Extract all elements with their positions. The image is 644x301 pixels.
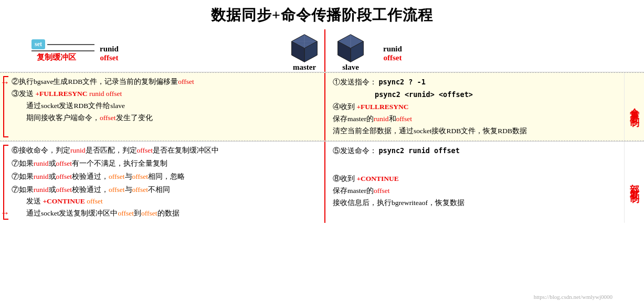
left-full-cell: → ②执行bgsave生成RDB文件，记录当前的复制偏移量offset ③发送 … — [0, 73, 325, 141]
right-partial-area: ⑤发送命令： psync2 runid offset ⑧收到 +CONTINUE… — [325, 142, 644, 223]
step7c2-line: 发送 +CONTINUE offset — [12, 196, 319, 208]
offset-label: offset — [100, 53, 118, 62]
slave-server: slave — [336, 34, 365, 72]
slave-label: slave — [342, 63, 359, 72]
master-label: master — [293, 63, 316, 72]
step3c-line: 期间接收客户端命令，offset发生了变化 — [12, 112, 319, 124]
master-server: master — [290, 34, 319, 72]
right-partial-cell: ⑤发送命令： psync2 runid offset ⑧收到 +CONTINUE… — [325, 142, 624, 223]
step3b-line: 通过socket发送RDB文件给slave — [12, 100, 319, 112]
partial-repl-label: 部分复制 — [624, 142, 644, 223]
step5-line: ⑤发送命令： psync2 runid offset — [333, 145, 619, 157]
repl-buf-label: 复制缓冲区 — [37, 52, 76, 62]
right-full-cell: ①发送指令： psync2 ? -1 psync2 <runid> <offse… — [325, 73, 624, 141]
left-partial-cell: → ⑥接收命令，判定runid是否匹配，判定offset是否在复制缓冲区中 ⑦如… — [0, 142, 325, 223]
step2-line: ②执行bgsave生成RDB文件，记录当前的复制偏移量offset — [12, 76, 319, 88]
runid-label-right: runid — [383, 45, 402, 53]
step8c-line: 接收信息后，执行bgrewriteaof，恢复数据 — [333, 197, 619, 209]
step3-line: ③发送 +FULLRESYNC runid offset — [12, 88, 319, 100]
step4-line: ④收到 +FULLRESYNC — [333, 101, 619, 113]
runid-label: runid — [100, 45, 119, 53]
page-title: 数据同步+命令传播阶段工作流程 — [0, 0, 644, 29]
partial-repl-section: → ⑥接收命令，判定runid是否匹配，判定offset是否在复制缓冲区中 ⑦如… — [0, 142, 644, 223]
step1-line: ①发送指令： psync2 ? -1 — [333, 76, 619, 89]
set-badge: set — [31, 39, 45, 49]
watermark: https://blog.csdn.net/wmlywj0000 — [534, 294, 613, 300]
step7b-line: ⑦如果runid或offset校验通过，offset与offset相同，忽略 — [12, 171, 319, 183]
step4b-line: 保存master的runid和offset — [333, 113, 619, 125]
step6-line: ⑥接收命令，判定runid是否匹配，判定offset是否在复制缓冲区中 — [12, 145, 319, 157]
step1b-line: psync2 <runid> <offset> — [333, 89, 619, 101]
step7a-line: ⑦如果runid或offset有一个不满足，执行全量复制 — [12, 158, 319, 170]
step8b-line: 保存master的offset — [333, 185, 619, 197]
step7c-line: ⑦如果runid或offset校验通过，offset与offset不相同 — [12, 184, 319, 196]
step4c-line: 清空当前全部数据，通过socket接收RDB文件，恢复RDB数据 — [333, 125, 619, 137]
step8-line: ⑧收到 +CONTINUE — [333, 173, 619, 185]
page-container: 数据同步+命令传播阶段工作流程 set 复制缓冲区 runid offset — [0, 0, 644, 301]
full-repl-label: 全量复制 — [624, 73, 644, 141]
step7c3-line: 通过socket发送复制缓冲区中offset到offset的数据 — [12, 208, 319, 220]
offset-label-right: offset — [383, 53, 402, 62]
full-repl-section: → ②执行bgsave生成RDB文件，记录当前的复制偏移量offset ③发送 … — [0, 72, 644, 141]
right-full-area: ①发送指令： psync2 ? -1 psync2 <runid> <offse… — [325, 73, 644, 141]
